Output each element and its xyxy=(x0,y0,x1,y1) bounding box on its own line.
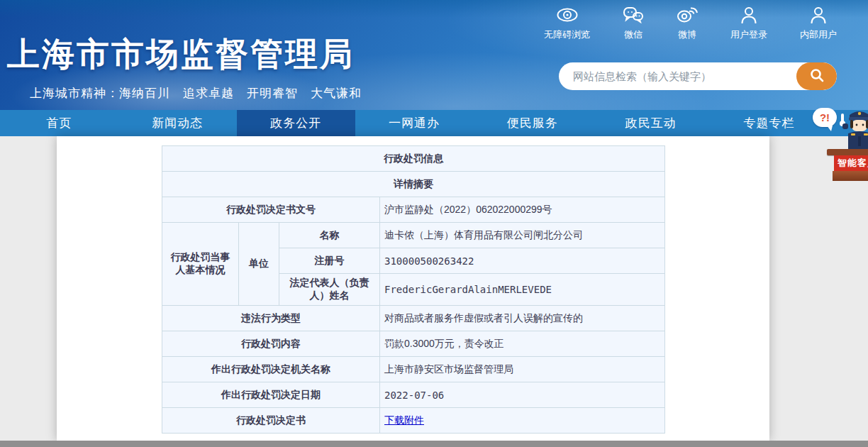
site-search xyxy=(559,62,837,90)
user-login-link[interactable]: 用户登录 xyxy=(730,4,767,41)
reg-no-label: 注册号 xyxy=(279,248,380,274)
nav-item-gov-info[interactable]: 政务公开 xyxy=(237,110,355,136)
quick-link-label: 用户登录 xyxy=(730,28,767,41)
authority-label: 作出行政处罚决定机关名称 xyxy=(162,357,380,382)
search-input[interactable] xyxy=(559,62,796,90)
nav-item-interaction[interactable]: 政民互动 xyxy=(591,110,710,136)
penalty-info-table: 行政处罚信息 详情摘要 行政处罚决定书文号 沪市监静处（2022）0620220… xyxy=(162,145,665,434)
penalty-content-value: 罚款0.3000万元，责令改正 xyxy=(380,331,665,357)
decision-date-value: 2022-07-06 xyxy=(380,382,665,408)
main-nav: 首页 新闻动态 政务公开 一网通办 便民服务 政民互动 专题专栏 xyxy=(0,110,868,136)
service-desk-top xyxy=(827,149,868,155)
doc-no-label: 行政处罚决定书文号 xyxy=(162,197,380,223)
party-name-value: 迪卡侬（上海）体育用品有限公司闸北分公司 xyxy=(380,223,665,248)
doc-no-value: 沪市监静处（2022）062022000299号 xyxy=(380,197,665,223)
nav-item-one-stop[interactable]: 一网通办 xyxy=(355,110,474,136)
user-icon xyxy=(809,4,828,26)
table-row: 作出行政处罚决定日期 2022-07-06 xyxy=(162,382,665,408)
horizontal-scrollbar[interactable] xyxy=(0,441,868,447)
service-desk-front xyxy=(833,171,868,181)
nav-item-topics[interactable]: 专题专栏 xyxy=(710,110,828,136)
quick-link-label: 无障碍浏览 xyxy=(544,28,590,41)
table-row: 行政处罚决定书文号 沪市监静处（2022）062022000299号 xyxy=(162,197,665,223)
violation-type-label: 违法行为类型 xyxy=(162,306,380,331)
quick-link-label: 微信 xyxy=(624,28,642,41)
header-quick-links: 无障碍浏览 微信 xyxy=(511,4,837,41)
smart-service-widget[interactable]: ?! xyxy=(811,105,868,197)
internal-user-link[interactable]: 内部用户 xyxy=(800,4,837,41)
mascot-speech-bubble: ?! xyxy=(813,108,837,127)
legal-rep-label: 法定代表人（负责人）姓名 xyxy=(279,274,380,306)
party-label: 行政处罚当事人基本情况 xyxy=(162,223,239,306)
site-header: 无障碍浏览 微信 xyxy=(0,0,868,110)
quick-link-label: 微博 xyxy=(678,28,696,41)
wechat-icon xyxy=(623,4,644,26)
smart-service-banner[interactable]: 智能客服 xyxy=(834,155,868,171)
site-logo-title: 上海市市场监督管理局 xyxy=(7,33,355,77)
table-row: 违法行为类型 对商品或者服务作虚假或者引人误解的宣传的 xyxy=(162,306,665,331)
eye-icon xyxy=(556,4,579,26)
party-name-label: 名称 xyxy=(279,223,380,248)
download-attachment-link[interactable]: 下载附件 xyxy=(384,414,424,426)
table-row: 行政处罚决定书 下载附件 xyxy=(162,408,665,434)
quick-link-label: 内部用户 xyxy=(800,28,837,41)
search-button[interactable] xyxy=(796,62,837,90)
table-row: 行政处罚内容 罚款0.3000万元，责令改正 xyxy=(162,331,665,357)
weibo-link[interactable]: 微博 xyxy=(677,4,698,41)
table-subtitle: 详情摘要 xyxy=(162,172,665,197)
nav-item-news[interactable]: 新闻动态 xyxy=(118,110,237,136)
content-panel: 行政处罚信息 详情摘要 行政处罚决定书文号 沪市监静处（2022）0620220… xyxy=(57,136,769,441)
wechat-link[interactable]: 微信 xyxy=(623,4,644,41)
authority-value: 上海市静安区市场监督管理局 xyxy=(380,357,665,382)
search-icon xyxy=(809,67,825,85)
nav-item-services[interactable]: 便民服务 xyxy=(473,110,591,136)
reg-no-value: 310000500263422 xyxy=(380,248,665,274)
legal-rep-value: FredericGerardAlainMERLEVEDE xyxy=(380,274,665,306)
city-spirit-slogan: 上海城市精神：海纳百川 追求卓越 开明睿智 大气谦和 xyxy=(30,85,362,101)
violation-type-value: 对商品或者服务作虚假或者引人误解的宣传的 xyxy=(380,306,665,331)
page: 无障碍浏览 微信 xyxy=(0,0,868,447)
decision-doc-label: 行政处罚决定书 xyxy=(162,408,380,434)
table-row: 行政处罚当事人基本情况 单位 名称 迪卡侬（上海）体育用品有限公司闸北分公司 xyxy=(162,223,665,248)
nav-item-home[interactable]: 首页 xyxy=(0,110,118,136)
table-row: 作出行政处罚决定机关名称 上海市静安区市场监督管理局 xyxy=(162,357,665,382)
party-type: 单位 xyxy=(239,223,279,306)
penalty-content-label: 行政处罚内容 xyxy=(162,331,380,357)
decision-date-label: 作出行政处罚决定日期 xyxy=(162,382,380,408)
officer-mascot-icon xyxy=(837,106,868,155)
user-icon xyxy=(740,4,758,26)
weibo-icon xyxy=(677,4,698,26)
accessibility-link[interactable]: 无障碍浏览 xyxy=(544,4,590,41)
table-title: 行政处罚信息 xyxy=(162,146,665,172)
